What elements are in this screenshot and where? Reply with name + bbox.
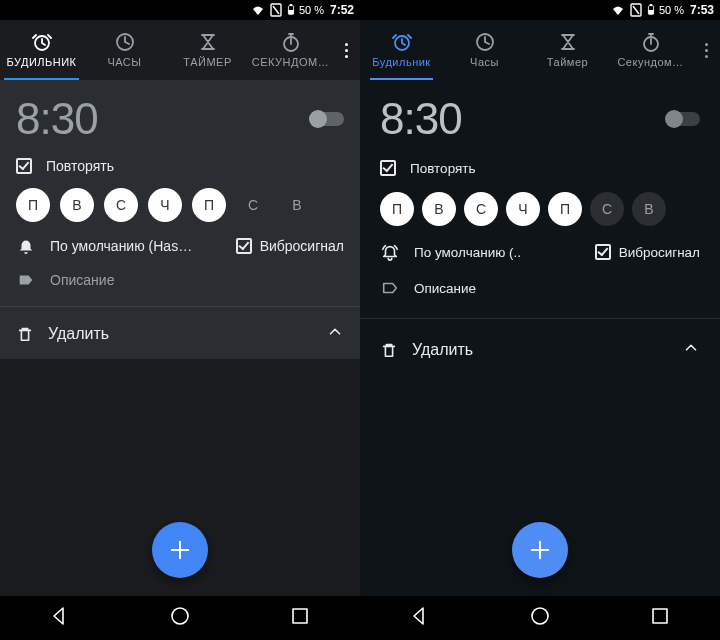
tab-timer[interactable]: ТАЙМЕР [166,20,249,80]
nav-back[interactable] [409,605,431,631]
label-row[interactable]: Описание [380,278,700,298]
wifi-icon [251,3,265,17]
add-alarm-fab[interactable] [152,522,208,578]
alarm-toggle[interactable] [310,112,344,126]
card-footer: Удалить [380,339,700,361]
label-row[interactable]: Описание [16,270,344,290]
tab-stopwatch[interactable]: СЕКУНДОМ… [249,20,332,80]
day-thu[interactable]: Ч [506,192,540,226]
phone-screen-right: 50 % 7:53 Будильник Часы Таймер Секундом… [360,0,720,640]
collapse-button[interactable] [682,339,700,361]
tab-clock-label: ЧАСЫ [107,56,141,68]
phone-screen-left: 50 % 7:52 БУДИЛЬНИК ЧАСЫ ТАЙМЕР СЕКУНДОМ… [0,0,360,640]
ringtone-row[interactable]: По умолчанию (.. Вибросигнал [380,242,700,262]
day-fri[interactable]: П [192,188,226,222]
day-wed[interactable]: С [104,188,138,222]
battery-percent: 50 % [659,4,684,16]
tab-timer[interactable]: Таймер [526,20,609,80]
alarm-time-row: 8:30 [380,94,700,144]
chevron-up-icon [326,323,344,341]
alarm-time-row: 8:30 [16,94,344,144]
vibrate-label: Вибросигнал [260,238,344,254]
day-sat[interactable]: С [236,188,270,222]
tab-timer-label: ТАЙМЕР [183,56,231,68]
overflow-menu-button[interactable] [692,20,720,80]
day-sun[interactable]: В [632,192,666,226]
repeat-checkbox[interactable] [380,160,396,176]
day-mon[interactable]: П [380,192,414,226]
status-clock: 7:53 [690,3,714,17]
day-fri[interactable]: П [548,192,582,226]
tab-stopwatch[interactable]: Секундом… [609,20,692,80]
alarm-toggle[interactable] [666,112,700,126]
collapse-button[interactable] [326,323,344,345]
nav-home[interactable] [169,605,191,631]
label-placeholder: Описание [414,281,476,296]
tab-clock[interactable]: ЧАСЫ [83,20,166,80]
alarm-body: 8:30 Повторять П В С Ч П С В [360,80,720,596]
battery-icon [647,4,655,16]
ringtone-label: По умолчанию (.. [414,245,581,260]
trash-icon [16,325,34,343]
tab-bar: БУДИЛЬНИК ЧАСЫ ТАЙМЕР СЕКУНДОМ… [0,20,360,80]
tab-bar: Будильник Часы Таймер Секундом… [360,20,720,80]
nav-bar [0,596,360,640]
day-picker: П В С Ч П С В [16,188,344,222]
alarm-body: 8:30 Повторять П В С Ч П С В [0,80,360,596]
alarm-time[interactable]: 8:30 [16,94,98,144]
vibrate-checkbox[interactable] [595,244,611,260]
no-sim-icon [269,3,283,17]
bell-ring-icon [380,242,400,262]
nav-home[interactable] [529,605,551,631]
status-bar: 50 % 7:52 [0,0,360,20]
nav-recent[interactable] [289,605,311,631]
tab-stopwatch-label: СЕКУНДОМ… [252,56,329,68]
tab-alarm[interactable]: Будильник [360,20,443,80]
bell-icon [16,236,36,256]
label-icon [16,270,36,290]
clock-icon [115,32,135,52]
tab-alarm-label: Будильник [372,56,430,68]
alarm-card: 8:30 Повторять П В С Ч П С В [360,80,720,375]
nav-bar [360,596,720,640]
vibrate-checkbox[interactable] [236,238,252,254]
repeat-row[interactable]: Повторять [380,160,700,176]
day-tue[interactable]: В [422,192,456,226]
overflow-menu-button[interactable] [332,20,360,80]
delete-label: Удалить [48,325,109,343]
day-picker: П В С Ч П С В [380,192,700,226]
delete-button[interactable]: Удалить [380,341,473,359]
ringtone-row[interactable]: По умолчанию (Has… Вибросигнал [16,236,344,256]
day-thu[interactable]: Ч [148,188,182,222]
day-wed[interactable]: С [464,192,498,226]
clock-icon [475,32,495,52]
hourglass-icon [558,32,578,52]
repeat-label: Повторять [46,158,114,174]
stopwatch-icon [281,32,301,52]
chevron-up-icon [682,339,700,357]
battery-percent: 50 % [299,4,324,16]
alarm-card: 8:30 Повторять П В С Ч П С В [0,80,360,359]
alarm-icon [32,32,52,52]
repeat-checkbox[interactable] [16,158,32,174]
ringtone-label: По умолчанию (Has… [50,238,222,254]
nav-recent[interactable] [649,605,671,631]
label-icon [380,278,400,298]
day-mon[interactable]: П [16,188,50,222]
battery-icon [287,4,295,16]
tab-alarm[interactable]: БУДИЛЬНИК [0,20,83,80]
tab-stopwatch-label: Секундом… [617,56,683,68]
repeat-row[interactable]: Повторять [16,158,344,174]
alarm-time[interactable]: 8:30 [380,94,462,144]
tab-clock[interactable]: Часы [443,20,526,80]
day-sat[interactable]: С [590,192,624,226]
divider [0,306,360,307]
delete-button[interactable]: Удалить [16,325,109,343]
nav-back[interactable] [49,605,71,631]
add-alarm-fab[interactable] [512,522,568,578]
tab-clock-label: Часы [470,56,499,68]
day-sun[interactable]: В [280,188,314,222]
day-tue[interactable]: В [60,188,94,222]
tab-alarm-label: БУДИЛЬНИК [6,56,76,68]
divider [360,318,720,319]
